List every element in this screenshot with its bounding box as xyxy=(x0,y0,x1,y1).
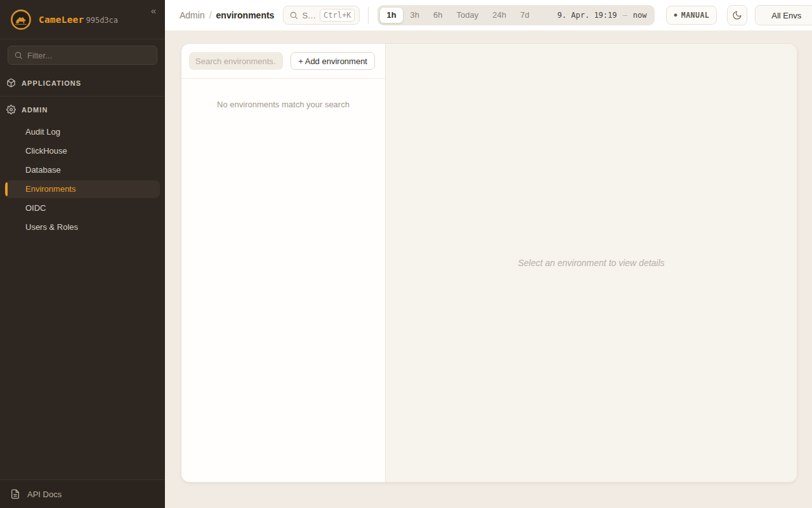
add-environment-button[interactable]: + Add environment xyxy=(291,52,375,70)
keyboard-shortcut-badge: Ctrl+K xyxy=(320,9,355,22)
environments-list-panel: + Add environment No environments match … xyxy=(181,44,386,482)
status-dot: ● xyxy=(674,13,677,18)
gear-icon xyxy=(6,105,16,114)
main-content: + Add environment No environments match … xyxy=(165,30,812,508)
admin-nav-items: Audit Log ClickHouse Database Environmen… xyxy=(0,123,165,241)
search-icon xyxy=(14,51,23,60)
sidebar-item-audit-log[interactable]: Audit Log xyxy=(5,123,160,141)
sidebar-header: CameLeer995d3ca « xyxy=(0,0,165,39)
search-icon xyxy=(289,11,298,20)
sidebar-item-clickhouse[interactable]: ClickHouse xyxy=(5,142,160,160)
sidebar-item-users-roles[interactable]: Users & Roles xyxy=(5,218,160,236)
sidebar-item-database[interactable]: Database xyxy=(5,161,160,179)
time-from: 9. Apr. 19:19 xyxy=(558,11,617,20)
time-range-display[interactable]: 9. Apr. 19:19 — now xyxy=(558,11,647,20)
api-docs-link[interactable]: API Docs xyxy=(0,479,165,508)
environments-toolbar: + Add environment xyxy=(181,44,385,79)
section-label: ADMIN xyxy=(22,106,48,114)
header-divider xyxy=(368,7,369,23)
time-range-7d[interactable]: 7d xyxy=(513,7,536,23)
breadcrumb-separator: / xyxy=(209,10,212,20)
environments-search-input[interactable] xyxy=(189,52,283,70)
environment-detail-panel: Select an environment to view details xyxy=(386,44,797,482)
time-range-24h[interactable]: 24h xyxy=(485,7,513,23)
sidebar-filter-input[interactable] xyxy=(27,51,151,60)
env-filter-value: All Envs xyxy=(771,11,801,20)
cube-icon xyxy=(6,78,16,88)
breadcrumb: Admin / environments xyxy=(180,10,274,20)
time-range-6h[interactable]: 6h xyxy=(426,7,449,23)
time-range-control: 1h 3h 6h Today 24h 7d 9. Apr. 19:19 — no… xyxy=(377,5,655,25)
env-filter-select[interactable]: All Envs ▾ xyxy=(755,5,812,25)
breadcrumb-current: environments xyxy=(216,10,275,20)
document-icon xyxy=(10,489,20,499)
time-range-3h[interactable]: 3h xyxy=(403,7,426,23)
global-search-text: S… xyxy=(302,11,316,20)
app-version: 995d3ca xyxy=(86,16,118,25)
environments-card: + Add environment No environments match … xyxy=(181,43,797,483)
topbar: Admin / environments S… Ctrl+K 1h 3h 6h … xyxy=(165,0,812,30)
sidebar-item-environments[interactable]: Environments xyxy=(5,180,160,198)
manual-label: MANUAL xyxy=(681,11,710,20)
manual-refresh-button[interactable]: ● MANUAL xyxy=(666,6,717,25)
nav-section-applications: APPLICATIONS xyxy=(0,70,165,97)
app-title: CameLeer xyxy=(39,15,84,25)
sidebar-filter[interactable] xyxy=(8,46,157,65)
cameleer-logo-icon[interactable] xyxy=(10,9,32,30)
app-title-group: CameLeer995d3ca xyxy=(39,14,118,25)
detail-empty-message: Select an environment to view details xyxy=(518,258,664,268)
global-search-button[interactable]: S… Ctrl+K xyxy=(283,6,360,25)
api-docs-label: API Docs xyxy=(27,490,62,499)
breadcrumb-parent[interactable]: Admin xyxy=(180,10,205,20)
time-range-today[interactable]: Today xyxy=(450,7,486,23)
environments-empty-message: No environments match your search xyxy=(181,100,385,109)
sidebar-item-oidc[interactable]: OIDC xyxy=(5,199,160,217)
section-header-applications[interactable]: APPLICATIONS xyxy=(0,70,165,96)
sidebar: CameLeer995d3ca « APPLICATIONS xyxy=(0,0,165,508)
time-to: now xyxy=(633,11,647,20)
nav-section-admin: ADMIN Audit Log ClickHouse Database Envi… xyxy=(0,97,165,241)
sidebar-nav: APPLICATIONS ADMIN Audit Log ClickHouse … xyxy=(0,70,165,241)
section-header-admin[interactable]: ADMIN xyxy=(0,97,165,123)
section-label: APPLICATIONS xyxy=(22,79,81,87)
time-range-1h[interactable]: 1h xyxy=(379,7,403,23)
moon-icon xyxy=(732,10,742,20)
dark-mode-toggle[interactable] xyxy=(727,5,747,25)
time-dash: — xyxy=(623,11,627,20)
sidebar-collapse-icon[interactable]: « xyxy=(149,4,158,17)
